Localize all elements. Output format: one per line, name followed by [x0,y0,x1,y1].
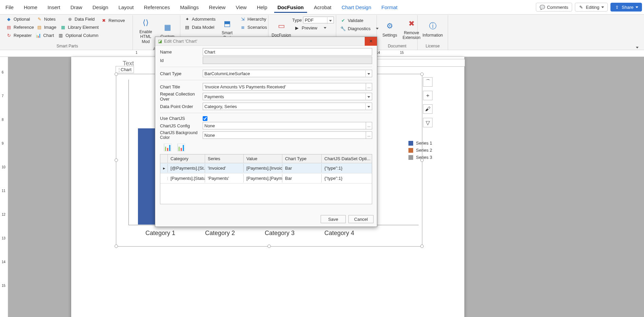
grid-row[interactable]: [Payments].[Status] 'Payments' [Payments… [160,173,372,184]
menu-home[interactable]: Home [20,2,41,13]
close-icon: ✕ [369,39,373,44]
reference-button[interactable]: ▤Reference [4,23,35,31]
use-chartjs-checkbox[interactable] [203,116,207,121]
chartjs-config-input[interactable] [203,122,366,129]
menu-references[interactable]: References [140,2,173,13]
menu-format[interactable]: Format [378,2,401,13]
library-element-button[interactable]: ▦Library Element [58,23,101,31]
information-button[interactable]: ⓘInformation [420,15,446,43]
adornments-button[interactable]: ✦Adornments [182,15,216,23]
editing-button[interactable]: ✎Editing [575,3,608,12]
chartjs-bg-input[interactable] [203,131,366,139]
chart-styles-button[interactable]: 🖌 [423,104,432,114]
close-button[interactable]: ✕ [365,37,377,46]
repeater-button[interactable]: ↻Repeater [4,31,34,39]
dporder-select[interactable]: Category, Series [203,103,372,110]
book-icon: ▤ [6,24,12,30]
menu-acrobat[interactable]: Acrobat [310,2,335,13]
chart-bar [138,128,155,225]
image-button[interactable]: ▧Image [35,23,58,31]
collapse-ribbon-icon[interactable] [636,47,639,48]
row-indicator-icon: ▸ [160,164,168,172]
menu-layout[interactable]: Layout [115,2,137,13]
type-select[interactable]: PDF [303,17,334,23]
ribbon-group-document: ⚙Settings ✖Remove Extension Document [377,15,418,50]
x-icon: ✖ [101,18,106,23]
resize-handle[interactable] [420,72,424,76]
add-series-button[interactable]: 📊 [163,143,172,152]
chevron-down-icon [601,6,604,8]
chart-type-select[interactable]: BarColumnLineSurface [203,70,372,77]
col-value[interactable]: Value [244,154,282,163]
model-icon: ▤ [184,24,190,30]
comments-label: Comments [547,5,568,10]
repeat-icon: ↻ [6,33,12,38]
repeat-select[interactable]: Payments [203,93,372,100]
menu-view[interactable]: View [232,2,250,13]
style-gallery-item[interactable]: rmal [365,59,465,67]
menu-review[interactable]: Review [205,2,229,13]
app-icon: ◪ [157,39,163,44]
col-category[interactable]: Category [168,154,205,163]
group-label-license: License [420,43,446,50]
type-label: Type [292,18,302,23]
library-icon: ▦ [60,24,66,30]
optional-column-button: ▥Optional Column [56,31,100,39]
menu-chart-design[interactable]: Chart Design [338,2,375,13]
notes-button[interactable]: ✎Notes [35,15,65,23]
resize-handle[interactable] [115,245,118,248]
menu-mailings[interactable]: Mailings [177,2,202,13]
menu-draw[interactable]: Draw [67,2,86,13]
chart-filters-button[interactable]: ▽ [423,118,432,127]
resize-handle[interactable] [115,72,118,76]
settings-button[interactable]: ⚙Settings [379,15,401,43]
save-button[interactable]: Save [321,215,346,223]
hierarchy-button[interactable]: ⇲Hierarchy [238,15,268,23]
menu-docfusion[interactable]: DocFusion [274,2,307,13]
chartjs-bg-label: ChartJS Background Color [160,130,203,140]
repeat-label: Repeat Collection Over [160,91,203,102]
cancel-button[interactable]: Cancel [348,215,374,223]
optional-button[interactable]: ◆Optional [4,15,35,23]
scenarios-button[interactable]: ≣Scenarios [238,23,268,31]
resize-handle[interactable] [420,245,424,248]
chart-button[interactable]: 📊Chart [34,31,56,39]
col-chart-type[interactable]: Chart Type [282,154,322,163]
menu-help[interactable]: Help [254,2,271,13]
menu-insert[interactable]: Insert [44,2,64,13]
comments-button[interactable]: 💬Comments [536,3,572,12]
grid-row[interactable]: ▸ [@Payments].[St...... 'Invoiced' [Paym… [160,163,372,173]
chart-title-input[interactable] [203,83,366,90]
diagnostics-button[interactable]: 🔧Diagnostics [338,25,375,32]
data-model-button[interactable]: ▤Data Model [182,23,216,31]
scenarios-icon: ≣ [240,24,245,30]
name-input[interactable] [203,48,372,56]
chart-elements-button[interactable]: ＋ [423,91,432,100]
chart-tag[interactable]: Chart [116,66,134,73]
menubar-right: 💬Comments ✎Editing ⇪Share [536,3,642,12]
play-icon: ▶ [294,25,300,30]
chartjs-bg-ellipsis-button[interactable]: ... [366,131,372,139]
editing-label: Editing [586,5,600,10]
resize-handle[interactable] [267,245,271,248]
chartjs-config-ellipsis-button[interactable]: ... [366,122,372,129]
layout-options-button[interactable]: ⌒ [423,77,432,87]
menu-design[interactable]: Design [89,2,112,13]
menu-file[interactable]: File [2,2,17,13]
share-button[interactable]: ⇪Share [610,3,642,12]
preview-button[interactable]: ▶Preview [292,24,334,31]
chevron-down-icon [636,6,638,8]
chart-title-ellipsis-button[interactable]: ... [366,83,372,90]
grid-body: ▸ [@Payments].[St...... 'Invoiced' [Paym… [160,163,372,204]
col-dataset-options[interactable]: ChartJS DataSet Opti... [322,154,372,163]
resize-handle[interactable] [115,158,118,162]
dialog-titlebar[interactable]: ◪ Edit Chart 'Chart' ✕ [155,37,377,46]
col-series[interactable]: Series [205,154,244,163]
data-field-button[interactable]: ⊗Data Field [65,15,97,23]
chevron-down-icon [324,27,326,29]
remove-series-button[interactable]: 📊 [176,143,186,152]
validate-button[interactable]: ✔Validate [338,17,375,24]
diamond-icon: ◆ [6,16,12,22]
remove-button[interactable]: ✖Remove [99,17,127,24]
enable-html-button[interactable]: ⟨⟩Enable HTML Mod [135,15,157,46]
